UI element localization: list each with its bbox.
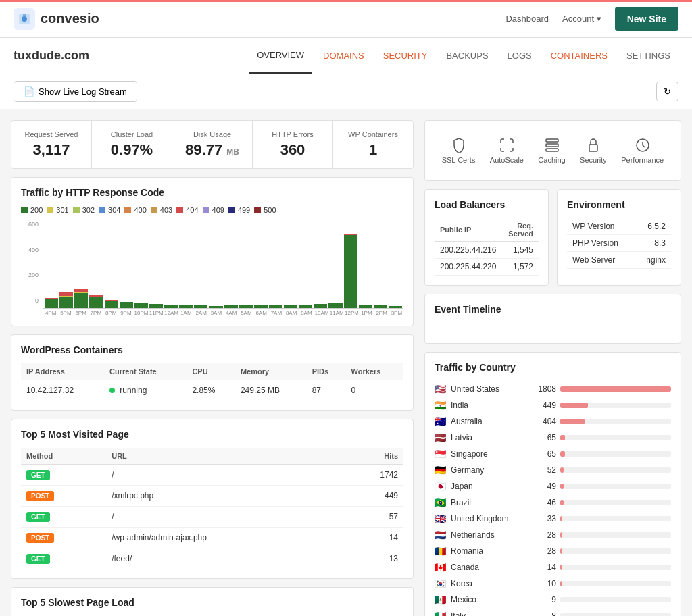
tab-overview[interactable]: OVERVIEW <box>249 38 312 74</box>
table-row: 10.42.127.32 running 2.85% 249.25 MB 87 … <box>21 380 403 401</box>
chart-bar-group <box>239 305 253 308</box>
stat-label-wp: WP Containers <box>344 130 402 138</box>
country-name: Brazil <box>451 498 525 507</box>
country-bar <box>560 386 671 392</box>
legend-301: 301 <box>47 206 68 214</box>
dashboard-link[interactable]: Dashboard <box>505 14 549 24</box>
new-site-button[interactable]: New Site <box>615 7 678 31</box>
tab-logs[interactable]: LOGS <box>499 38 540 73</box>
country-count: 28 <box>529 546 556 556</box>
env-row-php: PHP Version 8.3 <box>567 235 671 252</box>
country-flag: 🇮🇳 <box>435 400 447 411</box>
traffic-chart-title: Traffic by HTTP Response Code <box>21 187 403 198</box>
country-row: 🇳🇱 Netherlands 28 <box>435 527 671 543</box>
page-hits: 14 <box>340 528 403 548</box>
country-count: 449 <box>529 401 556 410</box>
chart-x-label: 6AM <box>255 310 268 316</box>
account-link[interactable]: Account ▾ <box>562 14 601 24</box>
tab-domains[interactable]: DOMAINS <box>315 38 372 73</box>
logo[interactable]: convesio <box>14 8 99 30</box>
country-flag: 🇬🇧 <box>435 513 447 524</box>
containers-table: IP Address Current State CPU Memory PIDs… <box>21 363 403 401</box>
refresh-button[interactable]: ↻ <box>656 82 678 101</box>
bar-segment-200 <box>45 299 58 308</box>
country-bar <box>560 451 565 457</box>
country-name: Italy <box>451 611 525 616</box>
bar-segment-200 <box>164 305 178 308</box>
site-nav: tuxdude.com OVERVIEW DOMAINS SECURITY BA… <box>0 38 692 74</box>
country-name: Australia <box>451 417 525 426</box>
svg-rect-4 <box>546 144 558 147</box>
country-flag: 🇸🇬 <box>435 448 447 459</box>
country-row: 🇮🇳 India 449 <box>435 397 671 413</box>
country-bar <box>560 467 564 473</box>
container-memory: 249.25 MB <box>235 380 307 401</box>
stat-value-requests: 3,117 <box>22 141 80 159</box>
chart-bar-group <box>254 305 268 308</box>
environment-card: Environment WP Version 6.5.2 PHP Version… <box>557 189 681 286</box>
tab-backups[interactable]: BACKUPS <box>438 38 496 73</box>
chart-x-label: 6PM <box>74 310 88 316</box>
legend-409: 409 <box>203 206 224 214</box>
legend-404: 404 <box>176 206 198 214</box>
page-method: GET <box>21 507 106 528</box>
autoscale-icon-item[interactable]: AutoScale <box>490 137 524 164</box>
bar-segment-200 <box>239 305 253 308</box>
country-flag: 🇮🇹 <box>435 611 447 616</box>
caching-label: Caching <box>538 156 565 164</box>
bar-segment-200 <box>374 305 387 308</box>
traffic-country-card: Traffic by Country 🇺🇸 United States 1808… <box>424 352 681 616</box>
country-flag: 🇺🇸 <box>435 384 447 394</box>
event-timeline-title: Event Timeline <box>435 304 671 315</box>
performance-icon-item[interactable]: Performance <box>621 137 664 164</box>
country-bar <box>560 532 562 538</box>
legend-499: 499 <box>228 206 250 214</box>
slowest-pages-title: Top 5 Slowest Page Load <box>21 597 403 608</box>
svg-rect-5 <box>546 149 558 151</box>
stat-http-errors: HTTP Errors 360 <box>253 121 333 168</box>
country-bar-wrap <box>560 548 671 554</box>
country-count: 65 <box>529 433 556 442</box>
container-state: running <box>104 380 187 401</box>
ssl-certs-icon-item[interactable]: SSL Certs <box>442 137 476 164</box>
lb-table: Public IP Req. Served 200.225.44.216 1,5… <box>435 218 539 276</box>
country-bar <box>560 581 562 586</box>
left-panel: Request Served 3,117 Cluster Load 0.97% … <box>11 120 414 616</box>
method-badge: GET <box>26 512 50 522</box>
table-row: POST /wp-admin/admin-ajax.php 14 <box>21 528 403 548</box>
environment-title: Environment <box>567 199 671 210</box>
legend-400: 400 <box>124 206 146 214</box>
country-flag: 🇧🇷 <box>435 497 447 508</box>
table-row: GET /feed/ 13 <box>21 548 403 569</box>
tab-containers[interactable]: CONTAINERS <box>543 38 616 73</box>
country-name: Mexico <box>451 595 525 605</box>
top-pages-table: Method URL Hits GET / 1742 POST /xmlrpc.… <box>21 448 403 569</box>
country-row: 🇦🇺 Australia 404 <box>435 413 671 430</box>
country-bar-wrap <box>560 484 671 489</box>
chart-bar-group <box>120 302 133 308</box>
col-workers: Workers <box>345 363 403 380</box>
bar-segment-200 <box>359 305 372 308</box>
icon-grid: SSL Certs AutoScale Caching <box>435 130 671 171</box>
bar-segment-200 <box>269 305 282 308</box>
stat-label-requests: Request Served <box>22 130 80 138</box>
tab-settings[interactable]: SETTINGS <box>618 38 678 73</box>
chart-x-label: 4AM <box>224 310 238 316</box>
containers-title: WordPress Containers <box>21 344 403 355</box>
caching-icon-item[interactable]: Caching <box>538 137 565 164</box>
legend-200: 200 <box>21 206 43 214</box>
security-icon-item[interactable]: Security <box>580 137 607 164</box>
bar-segment-200 <box>89 297 103 308</box>
table-row: POST /xmlrpc.php 449 <box>21 486 403 507</box>
country-bar-wrap <box>560 532 671 538</box>
tab-security[interactable]: SECURITY <box>375 38 436 73</box>
table-row: GET / 57 <box>21 507 403 528</box>
country-bar-wrap <box>560 613 671 616</box>
container-pids: 87 <box>307 380 346 401</box>
log-stream-button[interactable]: 📄 Show Live Log Stream <box>14 81 137 102</box>
svg-point-1 <box>22 16 27 22</box>
country-name: Germany <box>451 465 525 475</box>
security-label: Security <box>580 156 607 164</box>
stat-value-wp: 1 <box>344 141 402 159</box>
chart-bar-group <box>389 306 402 308</box>
